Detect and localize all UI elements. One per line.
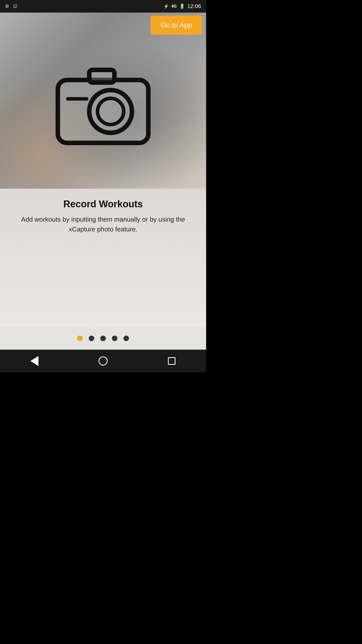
camera-icon <box>50 57 156 153</box>
section-description: Add workouts by inputting them manually … <box>18 215 189 234</box>
status-time: 12:06 <box>187 3 201 10</box>
nav-home-button[interactable] <box>96 353 111 369</box>
status-bar: ⚙ ☑ ⚡ 4G 🔋 12:06 <box>0 0 206 13</box>
home-circle-icon <box>99 356 108 366</box>
signal-strength: 4G <box>171 4 177 9</box>
camera-icon-wrapper <box>50 57 156 154</box>
battery-icon: 🔋 <box>179 4 185 9</box>
bluetooth-icon: ⚡ <box>163 4 169 9</box>
tasks-icon: ☑ <box>13 4 17 9</box>
go-to-app-button[interactable]: Go to App <box>151 16 202 35</box>
pagination-dot-1[interactable] <box>77 336 83 341</box>
back-triangle-icon <box>30 356 38 366</box>
status-right-icons: ⚡ 4G 🔋 12:06 <box>163 3 201 10</box>
status-left-icons: ⚙ ☑ <box>5 4 17 9</box>
text-section: Record Workouts Add workouts by inputtin… <box>0 189 206 350</box>
pagination-dots <box>0 327 206 350</box>
pagination-dot-5[interactable] <box>123 336 129 341</box>
settings-icon: ⚙ <box>5 4 9 9</box>
svg-rect-1 <box>89 70 114 83</box>
main-content: Go to App Record Workouts Add workouts b… <box>0 13 206 350</box>
pagination-dot-2[interactable] <box>89 336 94 341</box>
pagination-dot-3[interactable] <box>100 336 106 341</box>
hero-section: Go to App <box>0 13 206 189</box>
section-title: Record Workouts <box>63 199 143 210</box>
nav-bar <box>0 350 206 372</box>
pagination-dot-4[interactable] <box>112 336 117 341</box>
nav-back-button[interactable] <box>27 353 42 369</box>
nav-recents-button[interactable] <box>164 353 179 369</box>
recents-square-icon <box>168 357 175 365</box>
svg-point-3 <box>98 98 124 125</box>
